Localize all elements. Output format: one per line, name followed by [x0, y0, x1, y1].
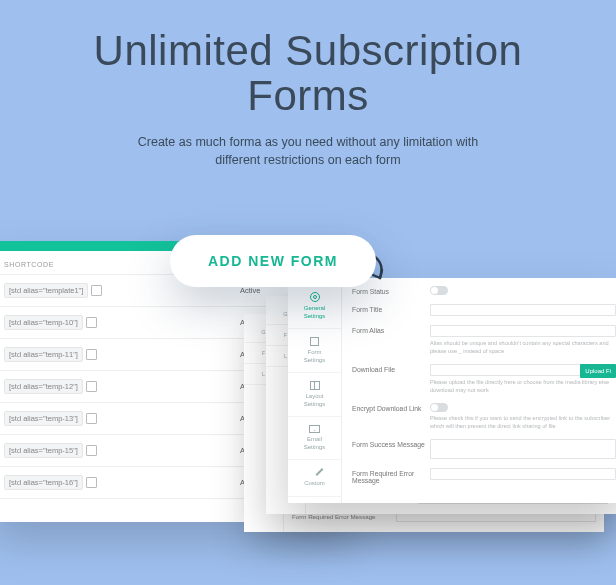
shortcode-tag: [std alias="temp-15"]	[4, 443, 83, 458]
field-label: Form Required Error Message	[352, 468, 430, 484]
form-icon	[310, 337, 319, 346]
form-title-input[interactable]	[430, 304, 616, 316]
pencil-icon	[310, 468, 319, 477]
field-label: Form Success Message	[352, 439, 430, 448]
copy-icon[interactable]	[87, 318, 96, 327]
encrypt-link-toggle[interactable]	[430, 403, 448, 412]
add-new-form-label: ADD NEW FORM	[208, 253, 338, 269]
shortcode-tag: [std alias="temp-12"]	[4, 379, 83, 394]
field-label: Form Alias	[352, 325, 430, 334]
tab-email-settings[interactable]: Email Settings	[288, 417, 341, 460]
tab-label: Custom	[304, 480, 325, 486]
sub-line2: different restrictions on each form	[215, 153, 400, 167]
page-subtitle: Create as much forma as you need without…	[0, 133, 616, 171]
field-label: Encrypt Download Link	[352, 403, 430, 412]
upload-file-button[interactable]: Upload Fi	[580, 364, 616, 378]
tab-layout-settings[interactable]: Layout Settings	[288, 373, 341, 417]
shortcode-tag: [std alias="temp-13"]	[4, 411, 83, 426]
mail-icon	[309, 425, 320, 433]
copy-icon[interactable]	[87, 478, 96, 487]
field-label: Form Title	[352, 304, 430, 313]
add-new-form-button[interactable]: ADD NEW FORM	[170, 235, 376, 287]
shortcode-tag: [std alias="temp-16"]	[4, 475, 83, 490]
shortcode-tag: [std alias="temp-10"]	[4, 315, 83, 330]
title-line2: Forms	[247, 72, 369, 119]
copy-icon[interactable]	[87, 414, 96, 423]
tab-custom[interactable]: Custom	[288, 460, 341, 497]
tab-label: Email Settings	[304, 436, 326, 450]
tab-label: Layout Settings	[304, 393, 326, 407]
tab-form-settings[interactable]: Form Settings	[288, 329, 341, 373]
copy-icon[interactable]	[87, 446, 96, 455]
field-label: Download File	[352, 364, 430, 373]
form-status-toggle[interactable]	[430, 286, 448, 295]
help-text: Please upload the file directly here or …	[430, 379, 616, 394]
copy-icon[interactable]	[92, 286, 101, 295]
shortcode-tag: [std alias="temp-11"]	[4, 347, 83, 362]
help-text: Alias should be unique and shouldn't con…	[430, 340, 616, 355]
layout-icon	[310, 381, 320, 390]
required-error-input[interactable]	[430, 468, 616, 480]
detail-tabs: General Settings Form Settings Layout Se…	[288, 278, 342, 503]
tab-general-settings[interactable]: General Settings	[288, 284, 341, 329]
shortcode-tag: [std alias="template1"]	[4, 283, 88, 298]
tab-label: Form Settings	[304, 349, 326, 363]
copy-icon[interactable]	[87, 382, 96, 391]
form-alias-input[interactable]	[430, 325, 616, 337]
title-line1: Unlimited Subscription	[94, 27, 523, 74]
help-text: Please check this if you want to send th…	[430, 415, 616, 430]
sub-line1: Create as much forma as you need without…	[138, 135, 478, 149]
tab-label: General Settings	[304, 305, 326, 319]
form-detail-panel: General Settings Form Settings Layout Se…	[288, 278, 616, 503]
detail-body: Form Status Form Title Form Alias Alias …	[342, 278, 616, 503]
page-title: Unlimited Subscription Forms	[0, 28, 616, 119]
gear-icon	[310, 292, 320, 302]
copy-icon[interactable]	[87, 350, 96, 359]
success-message-input[interactable]	[430, 439, 616, 459]
